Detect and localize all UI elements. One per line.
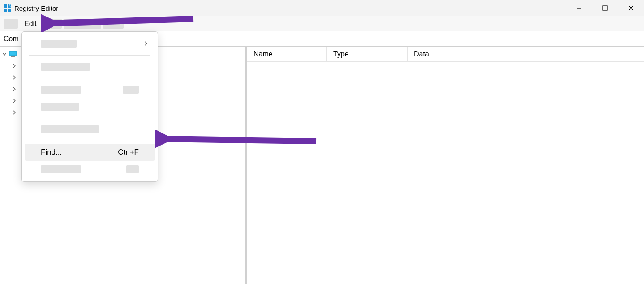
svg-point-4 [9,4,11,6]
redacted-label [41,40,77,48]
svg-rect-10 [11,56,15,57]
redacted-label [41,86,81,94]
redacted-label [41,103,79,111]
values-pane[interactable]: Name Type Data [247,47,644,284]
titlebar: Registry Editor [0,0,644,16]
chevron-right-icon[interactable] [10,63,19,69]
svg-rect-6 [603,6,607,10]
dropdown-item-redacted[interactable] [25,58,155,75]
dropdown-item-redacted[interactable] [25,121,155,138]
column-header-data[interactable]: Data [408,47,600,61]
find-label: Find... [41,148,62,157]
redacted-label [41,165,81,173]
chevron-down-icon[interactable] [0,52,9,57]
chevron-right-icon[interactable] [10,110,19,115]
dropdown-item-redacted[interactable] [25,98,155,115]
redacted-shortcut [123,86,139,94]
dropdown-item-redacted[interactable] [25,81,155,98]
window-controls [566,0,644,16]
close-button[interactable] [618,0,644,16]
find-shortcut: Ctrl+F [118,148,139,157]
column-headers: Name Type Data [247,47,644,62]
edit-dropdown-menu: Find... Ctrl+F [21,31,158,182]
column-header-type[interactable]: Type [327,47,408,61]
maximize-button[interactable] [592,0,618,16]
dropdown-item-find[interactable]: Find... Ctrl+F [25,144,155,161]
menu-separator [29,55,150,56]
svg-rect-9 [9,51,17,56]
titlebar-left: Registry Editor [4,4,58,12]
menu-item-redacted[interactable] [103,19,124,29]
dropdown-item-redacted[interactable] [25,35,155,52]
address-path: Com [4,35,19,43]
svg-rect-2 [4,9,7,12]
redacted-label [41,125,99,133]
column-header-name[interactable]: Name [247,47,327,61]
regedit-icon [4,4,12,12]
menu-separator [29,141,150,141]
computer-icon [9,50,17,58]
menubar: Edit [0,16,644,31]
menu-separator [29,118,150,118]
menu-edit[interactable]: Edit [20,18,41,30]
chevron-right-icon[interactable] [10,75,19,80]
minimize-button[interactable] [566,0,592,16]
window-title: Registry Editor [14,4,58,12]
chevron-right-icon[interactable] [10,98,19,103]
redacted-label [41,63,90,71]
menu-item-redacted[interactable] [43,19,62,29]
svg-rect-0 [4,4,7,8]
redacted-shortcut [126,165,139,173]
menu-item-redacted[interactable] [4,19,18,29]
svg-rect-3 [8,9,11,12]
chevron-right-icon[interactable] [10,86,19,92]
menu-separator [29,78,150,78]
chevron-right-icon [143,39,149,48]
dropdown-item-redacted[interactable] [25,161,155,178]
menu-item-redacted[interactable] [64,19,101,29]
